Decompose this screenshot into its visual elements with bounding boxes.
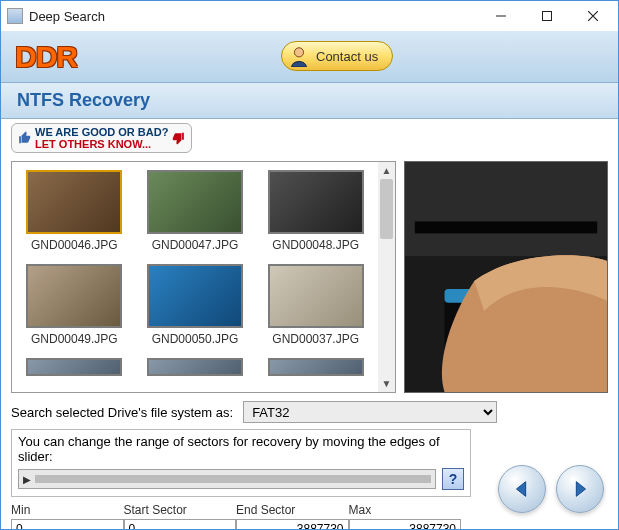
window-title: Deep Search: [29, 9, 478, 24]
min-input[interactable]: [11, 519, 124, 530]
thumbnail-label: GND00048.JPG: [259, 238, 372, 252]
thumbnail-label: GND00050.JPG: [139, 332, 252, 346]
fs-row: Search selected Drive's file system as: …: [1, 393, 618, 427]
end-sector-input[interactable]: [236, 519, 349, 530]
thumbnail-item[interactable]: [18, 358, 131, 384]
feedback-button[interactable]: WE ARE GOOD OR BAD? LET OTHERS KNOW...: [11, 123, 192, 153]
max-input[interactable]: [349, 519, 462, 530]
svg-rect-3: [405, 162, 607, 256]
thumbnail-label: GND00049.JPG: [18, 332, 131, 346]
content-row: GND00046.JPGGND00047.JPGGND00048.JPGGND0…: [1, 155, 618, 393]
back-button[interactable]: [498, 465, 546, 513]
contact-us-label: Contact us: [316, 49, 378, 64]
slider-start-handle[interactable]: ▶: [19, 474, 35, 485]
logo: DDR: [15, 40, 77, 74]
contact-us-button[interactable]: Contact us: [281, 41, 393, 71]
scroll-down-icon[interactable]: ▼: [378, 375, 395, 392]
preview-image: [405, 162, 607, 392]
start-sector-input[interactable]: [124, 519, 237, 530]
preview-panel: [404, 161, 608, 393]
scroll-handle[interactable]: [380, 179, 393, 239]
arrow-left-icon: [511, 478, 533, 500]
thumbnail-item[interactable]: [259, 358, 372, 384]
page-title: NTFS Recovery: [17, 90, 150, 111]
end-sector-label: End Sector: [236, 501, 349, 519]
thumbnail-image[interactable]: [147, 170, 243, 234]
maximize-button[interactable]: [524, 1, 570, 31]
next-button[interactable]: [556, 465, 604, 513]
thumbnail-item[interactable]: GND00048.JPG: [259, 170, 372, 260]
minimize-button[interactable]: [478, 1, 524, 31]
thumbnail-label: GND00047.JPG: [139, 238, 252, 252]
thumbnail-image[interactable]: [26, 358, 122, 376]
thumbnail-image[interactable]: [268, 264, 364, 328]
thumbnail-item[interactable]: [139, 358, 252, 384]
subheader: NTFS Recovery: [1, 83, 618, 119]
fs-select[interactable]: FAT32: [243, 401, 497, 423]
person-icon: [288, 45, 310, 67]
thumbnail-item[interactable]: GND00046.JPG: [18, 170, 131, 260]
svg-rect-4: [415, 222, 597, 234]
scroll-track[interactable]: [378, 179, 395, 375]
thumbnail-image[interactable]: [268, 170, 364, 234]
thumbnail-label: GND00037.JPG: [259, 332, 372, 346]
nav-buttons: [498, 465, 604, 513]
thumbnail-item[interactable]: GND00049.JPG: [18, 264, 131, 354]
thumbnail-image[interactable]: [26, 264, 122, 328]
start-sector-label: Start Sector: [124, 501, 237, 519]
feedback-line1: WE ARE GOOD OR BAD?: [35, 126, 168, 138]
thumbnail-panel: GND00046.JPGGND00047.JPGGND00048.JPGGND0…: [11, 161, 396, 393]
feedback-line2: LET OTHERS KNOW...: [35, 138, 168, 150]
thumbnail-image[interactable]: [268, 358, 364, 376]
thumbnail-item[interactable]: GND00047.JPG: [139, 170, 252, 260]
scrollbar[interactable]: ▲ ▼: [378, 162, 395, 392]
sector-row: Min Start Sector End Sector Max: [1, 501, 471, 530]
help-button[interactable]: ?: [442, 468, 464, 490]
thumbnail-image[interactable]: [147, 264, 243, 328]
max-label: Max: [349, 501, 462, 519]
fs-label: Search selected Drive's file system as:: [11, 405, 233, 420]
scroll-up-icon[interactable]: ▲: [378, 162, 395, 179]
thumbnail-image[interactable]: [147, 358, 243, 376]
thumbs-down-icon: [171, 131, 185, 145]
slider-instruction: You can change the range of sectors for …: [18, 434, 464, 464]
min-label: Min: [11, 501, 124, 519]
feedback-bar: WE ARE GOOD OR BAD? LET OTHERS KNOW...: [1, 119, 618, 155]
sector-slider[interactable]: ▶: [18, 469, 436, 489]
close-button[interactable]: [570, 1, 616, 31]
titlebar: Deep Search: [1, 1, 618, 31]
thumbnail-item[interactable]: GND00050.JPG: [139, 264, 252, 354]
header: DDR Contact us: [1, 31, 618, 83]
arrow-right-icon: [569, 478, 591, 500]
svg-rect-0: [543, 12, 552, 21]
thumbnail-image[interactable]: [26, 170, 122, 234]
thumbnail-label: GND00046.JPG: [18, 238, 131, 252]
thumbnail-item[interactable]: GND00037.JPG: [259, 264, 372, 354]
svg-point-1: [294, 48, 303, 57]
slider-group: You can change the range of sectors for …: [11, 429, 471, 497]
app-icon: [7, 8, 23, 24]
thumbs-up-icon: [18, 131, 32, 145]
